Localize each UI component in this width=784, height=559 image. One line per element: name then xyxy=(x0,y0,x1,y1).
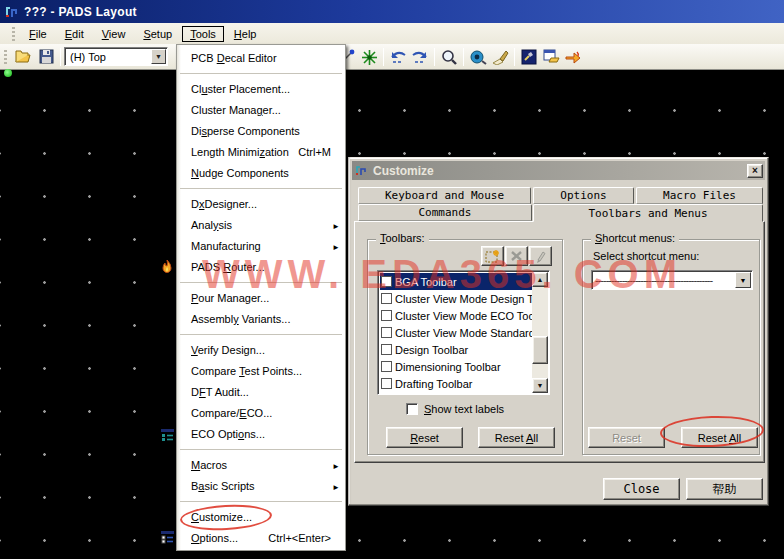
menu-item-macros[interactable]: Macros► xyxy=(177,455,345,476)
tab-options[interactable]: Options xyxy=(533,187,634,204)
list-item[interactable]: Cluster View Mode Standard xyxy=(380,324,532,341)
menu-item-dxdesigner[interactable]: DxDesigner... xyxy=(177,194,345,215)
checkbox-cluster-view-design[interactable] xyxy=(381,293,392,304)
checkbox-design-toolbar[interactable] xyxy=(381,344,392,355)
menu-separator xyxy=(177,278,345,288)
submenu-arrow-icon: ► xyxy=(332,237,340,258)
menu-item-disperse-components[interactable]: Disperse Components xyxy=(177,121,345,142)
menu-item-assembly-variants[interactable]: Assembly Variants... xyxy=(177,309,345,330)
menu-view[interactable]: View xyxy=(94,26,134,42)
redo-icon[interactable] xyxy=(409,47,431,68)
menubar-grip[interactable] xyxy=(12,27,15,41)
close-button[interactable]: Close xyxy=(603,478,680,500)
scroll-thumb[interactable] xyxy=(532,336,548,364)
toolbar-grip[interactable] xyxy=(4,50,7,64)
tab-toolbars-and-menus[interactable]: Toolbars and Menus xyxy=(533,204,763,222)
checkbox-cluster-view-eco[interactable] xyxy=(381,310,392,321)
tab-macro-files[interactable]: Macro Files xyxy=(636,187,763,204)
delete-toolbar-icon[interactable] xyxy=(505,246,528,266)
close-icon[interactable]: × xyxy=(747,164,763,178)
select-shortcut-menu-label: Select shortcut menu: xyxy=(593,250,699,262)
dialog-title: Customize xyxy=(373,164,747,178)
toolbar-separator xyxy=(383,48,384,66)
list-item[interactable]: Design Toolbar xyxy=(380,341,532,358)
paint-brush-icon[interactable] xyxy=(489,47,511,68)
checkbox-drafting-toolbar[interactable] xyxy=(381,378,392,389)
menu-item-verify-design[interactable]: Verify Design... xyxy=(177,340,345,361)
chevron-down-icon[interactable]: ▼ xyxy=(151,49,166,64)
menu-help[interactable]: Help xyxy=(226,26,265,42)
menu-item-cluster-placement[interactable]: Cluster Placement... xyxy=(177,79,345,100)
tools-menu-popup: PCB Decal Editor Cluster Placement... Cl… xyxy=(176,44,346,551)
scroll-up-icon[interactable]: ▲ xyxy=(532,272,548,287)
dialog-logo-icon xyxy=(354,163,369,178)
shortcut-menu-combo[interactable]: ----------------------------------------… xyxy=(591,270,753,290)
menu-item-customize[interactable]: Customize... xyxy=(177,507,345,528)
menu-separator xyxy=(177,184,345,194)
menu-item-options[interactable]: Options...Ctrl+<Enter> xyxy=(177,528,345,549)
optimize-icon[interactable] xyxy=(358,47,380,68)
menu-file[interactable]: File xyxy=(21,26,55,42)
checkbox-bga-toolbar[interactable] xyxy=(381,276,392,287)
tools-window-icon[interactable] xyxy=(518,47,540,68)
shortcut-reset-all-button[interactable]: Reset All xyxy=(681,427,758,448)
menu-item-pcb-decal-editor[interactable]: PCB Decal Editor xyxy=(177,48,345,69)
show-text-labels-checkbox[interactable] xyxy=(406,403,418,415)
list-scrollbar[interactable]: ▲ ▼ xyxy=(532,272,548,393)
app-window: ??? - PADS Layout File Edit View Setup T… xyxy=(0,0,784,559)
checkbox-dimensioning-toolbar[interactable] xyxy=(381,361,392,372)
list-item[interactable]: Cluster View Mode Design To xyxy=(380,290,532,307)
edit-toolbar-icon[interactable] xyxy=(529,246,552,266)
list-item[interactable]: ECO Toolbar xyxy=(380,392,532,395)
toolbars-listbox[interactable]: BGA Toolbar Cluster View Mode Design To … xyxy=(377,270,550,395)
eco-options-icon xyxy=(159,427,176,444)
reset-button[interactable]: Reset xyxy=(386,427,463,448)
zoom-icon[interactable] xyxy=(438,47,460,68)
tab-keyboard-and-mouse[interactable]: Keyboard and Mouse xyxy=(358,187,531,204)
menu-tools[interactable]: Tools xyxy=(182,26,224,42)
menu-item-dft-audit[interactable]: DFT Audit... xyxy=(177,382,345,403)
list-item[interactable]: Cluster View Mode ECO Too xyxy=(380,307,532,324)
menu-item-eco-options[interactable]: ECO Options... xyxy=(177,424,345,445)
dialog-title-bar[interactable]: Customize × xyxy=(352,161,765,180)
shortcut-reset-button[interactable]: Reset xyxy=(588,427,665,448)
help-button[interactable]: 帮助 xyxy=(686,478,763,500)
menu-setup[interactable]: Setup xyxy=(135,26,180,42)
menu-item-length-minimization[interactable]: Length MinimizationCtrl+M xyxy=(177,142,345,163)
menu-item-compare-test-points[interactable]: Compare Test Points... xyxy=(177,361,345,382)
submenu-arrow-icon: ► xyxy=(332,477,340,498)
menu-edit[interactable]: Edit xyxy=(57,26,92,42)
menu-item-nudge-components[interactable]: Nudge Components xyxy=(177,163,345,184)
list-item[interactable]: Dimensioning Toolbar xyxy=(380,358,532,375)
open-file-icon[interactable] xyxy=(13,46,35,67)
view-nets-icon[interactable] xyxy=(467,47,489,68)
menu-item-analysis[interactable]: Analysis► xyxy=(177,215,345,236)
menu-separator xyxy=(177,330,345,340)
save-file-icon[interactable] xyxy=(35,46,57,67)
menu-item-compare-eco[interactable]: Compare/ECO... xyxy=(177,403,345,424)
layer-combo-value: (H) Top xyxy=(65,51,150,63)
options-icon xyxy=(159,529,176,546)
menu-item-manufacturing[interactable]: Manufacturing► xyxy=(177,236,345,257)
reset-all-button[interactable]: Reset All xyxy=(478,427,555,448)
menu-item-pads-router[interactable]: PADS Router... xyxy=(177,257,345,278)
menu-item-pour-manager[interactable]: Pour Manager... xyxy=(177,288,345,309)
blaze-route-icon[interactable] xyxy=(562,47,584,68)
chevron-down-icon[interactable]: ▼ xyxy=(735,272,751,288)
shortcut-menus-groupbox: Shortcut menus: Select shortcut menu: --… xyxy=(582,239,760,455)
show-text-labels-row[interactable]: Show text labels xyxy=(406,403,504,415)
menu-item-basic-scripts[interactable]: Basic Scripts► xyxy=(177,476,345,497)
new-toolbar-icon[interactable] xyxy=(481,246,504,266)
layer-combo[interactable]: (H) Top ▼ xyxy=(64,47,168,66)
undo-icon[interactable] xyxy=(387,47,409,68)
toolbars-group-label: Toolbars: xyxy=(376,232,429,244)
list-item[interactable]: Drafting Toolbar xyxy=(380,375,532,392)
scroll-down-icon[interactable]: ▼ xyxy=(532,378,548,393)
copy-window-icon[interactable] xyxy=(540,47,562,68)
menu-separator xyxy=(177,497,345,507)
list-item[interactable]: BGA Toolbar xyxy=(380,273,532,290)
tab-commands[interactable]: Commands xyxy=(358,204,532,221)
menu-item-cluster-manager[interactable]: Cluster Manager... xyxy=(177,100,345,121)
submenu-arrow-icon: ► xyxy=(332,456,340,477)
checkbox-cluster-view-standard[interactable] xyxy=(381,327,392,338)
